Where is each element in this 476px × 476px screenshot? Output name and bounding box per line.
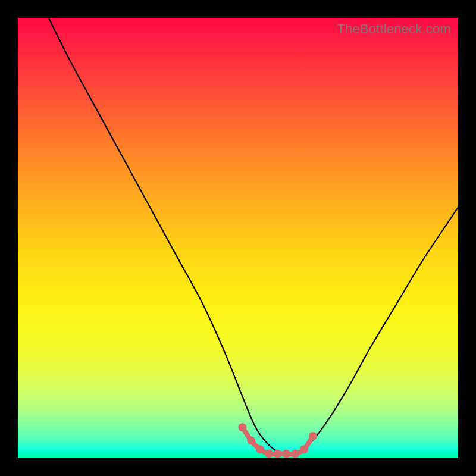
valley-marker-dot [265, 450, 273, 458]
valley-marker-dot [238, 423, 246, 431]
valley-marker-dot [300, 445, 308, 453]
valley-marker-dot [274, 450, 282, 458]
bottleneck-curve [49, 18, 458, 455]
valley-marker-dot [247, 436, 255, 444]
chart-frame: TheBottleneck.com [0, 0, 476, 476]
valley-marker-dot [256, 445, 264, 453]
valley-marker-dot [282, 450, 290, 458]
curve-layer [18, 18, 458, 458]
valley-marker-dot [309, 432, 317, 440]
valley-marker-dot [291, 450, 299, 458]
valley-marker-dots [238, 423, 317, 458]
plot-area: TheBottleneck.com [18, 18, 458, 458]
